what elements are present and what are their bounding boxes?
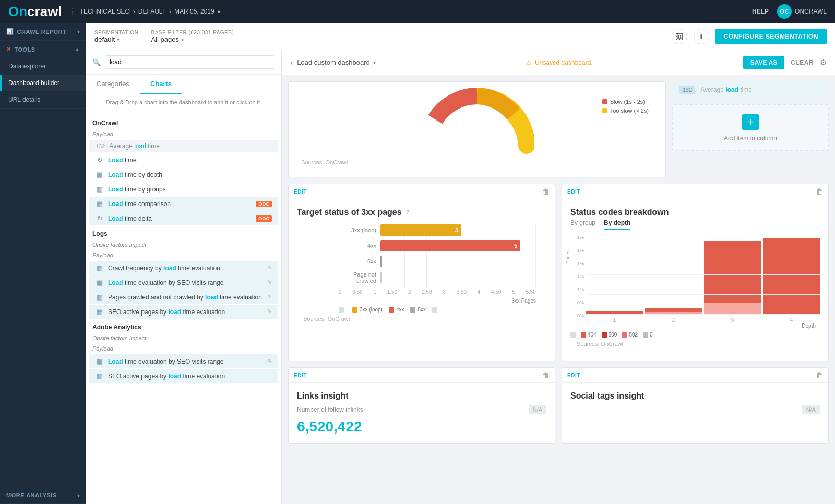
legend-dot-502 bbox=[622, 332, 627, 338]
bar-fill-5xx: 0 bbox=[380, 256, 382, 267]
chart-item-load-seo[interactable]: ▦ Load time evaluation by SEO visits ran… bbox=[89, 275, 278, 290]
more-analysis-header[interactable]: MORE ANALYSIS ▾ bbox=[0, 487, 86, 503]
edit-label-status[interactable]: EDIT bbox=[567, 189, 580, 195]
chart-item-seo-pages[interactable]: ▦ SEO active pages by load time evaluati… bbox=[89, 305, 278, 319]
legend-empty bbox=[432, 307, 437, 313]
legend-dot-slow bbox=[602, 99, 607, 104]
user-menu[interactable]: OC ONCRAWL bbox=[777, 4, 827, 19]
bar-icon9: ▦ bbox=[96, 372, 104, 380]
nav-back-arrow[interactable]: ‹ bbox=[290, 58, 293, 67]
chart-item-load-comparison[interactable]: ▦ Load time comparison OOC bbox=[89, 197, 278, 211]
legend-status-empty bbox=[570, 332, 576, 338]
legend-dot-empty bbox=[432, 307, 437, 313]
bar-track-5xx: 0 bbox=[380, 256, 536, 267]
delete-icon-3xx[interactable]: 🗑 bbox=[542, 187, 550, 196]
avg-load-text: Average load time bbox=[700, 86, 752, 93]
metric-num: 132 bbox=[96, 143, 105, 149]
subgroup-payload2: Payload bbox=[86, 250, 281, 260]
sidebar-item-url-details-label: URL details bbox=[8, 96, 41, 103]
bar-fill-3xx-loop: 3 bbox=[380, 224, 461, 236]
add-item-button[interactable]: + bbox=[742, 114, 759, 130]
bar-track-4xx: 5 bbox=[380, 240, 536, 251]
segmentation-arrow: ▾ bbox=[117, 37, 120, 42]
chart-item-pages-crawled[interactable]: ▦ Pages crawled and not crawled by load … bbox=[89, 290, 278, 304]
legend-dot-404 bbox=[581, 332, 586, 338]
base-filter-select[interactable]: All pages ▾ bbox=[151, 35, 234, 43]
configure-segmentation-button[interactable]: CONFIGURE SEGMENTATION bbox=[715, 29, 827, 44]
tools-header[interactable]: ✕ TOOLS ▲ bbox=[0, 41, 86, 58]
info-icon-btn[interactable]: ℹ bbox=[694, 29, 709, 44]
delete-icon-social[interactable]: 🗑 bbox=[816, 371, 823, 379]
chart-crawl-freq-text: Crawl frequency by load time evaluation bbox=[108, 265, 263, 272]
tab-by-group[interactable]: By group bbox=[570, 219, 595, 230]
legend-slow-text: Slow (1s - 2s) bbox=[610, 99, 645, 105]
chart-item-seo-pages2[interactable]: ▦ SEO active pages by load time evaluati… bbox=[89, 369, 278, 383]
breadcrumb-item3[interactable]: MAR 05, 2019 bbox=[174, 8, 214, 15]
bar-row-not-crawled: Page not crawled bbox=[339, 271, 536, 284]
top-nav: Oncrawl ⋮ TECHNICAL SEO › DEFAULT › MAR … bbox=[0, 0, 835, 23]
tab-categories[interactable]: Categories bbox=[86, 75, 140, 94]
edit-label-links[interactable]: EDIT bbox=[294, 373, 307, 378]
sidebar-item-dashboard-builder[interactable]: Dashboard builder bbox=[0, 75, 86, 91]
crawl-report-title: 📊 CRAWL REPORT bbox=[6, 28, 67, 35]
tab-charts[interactable]: Charts bbox=[140, 75, 182, 94]
breadcrumb-item1[interactable]: TECHNICAL SEO bbox=[80, 8, 130, 15]
chart-load-comparison-text: Load time comparison bbox=[108, 200, 252, 208]
dashboard: ‹ Load custom dashboard ▾ ⚠ Unsaved dash… bbox=[282, 50, 835, 504]
segmentation-select[interactable]: default ▾ bbox=[94, 35, 139, 43]
clear-button[interactable]: CLEAR bbox=[791, 59, 814, 66]
chart-item-crawl-freq[interactable]: ▦ Crawl frequency by load time evaluatio… bbox=[89, 261, 278, 275]
nav-right: HELP OC ONCRAWL bbox=[752, 4, 827, 19]
settings-icon[interactable]: ⚙ bbox=[820, 58, 827, 67]
segmentation-label: Segmentation bbox=[94, 30, 139, 35]
save-as-button[interactable]: SAVE AS bbox=[743, 56, 784, 69]
edit-icon2[interactable]: ✎ bbox=[267, 279, 272, 286]
edit-icon4[interactable]: ✎ bbox=[267, 308, 272, 315]
edit-label-3xx[interactable]: EDIT bbox=[294, 189, 307, 195]
breadcrumb-item2[interactable]: DEFAULT bbox=[138, 8, 166, 15]
user-avatar: OC bbox=[777, 4, 792, 19]
chart-item-load-depth[interactable]: ▦ Load time by depth bbox=[89, 167, 278, 182]
dashboard-content: Slow (1s - 2s) Too slow (> 2s) Sources: … bbox=[282, 75, 835, 457]
left-panel: 🔍 Categories Charts Drag & Drop a chart … bbox=[86, 50, 282, 504]
status-legend: 404 500 502 bbox=[570, 332, 820, 338]
links-na-badge: N/A bbox=[529, 405, 546, 414]
chart-seo-pages-text: SEO active pages by load time evaluation bbox=[108, 308, 263, 316]
tools-chevron: ▲ bbox=[75, 46, 80, 52]
more-chevron: ▾ bbox=[77, 493, 80, 498]
metric-avg-load: 132 Average load time bbox=[89, 140, 278, 152]
subgroup-onsite2: Onsite factors impact bbox=[86, 333, 281, 343]
chart-item-load-delta[interactable]: ↻ Load time delta OOC bbox=[89, 211, 278, 225]
tab-by-depth[interactable]: By depth bbox=[604, 219, 630, 230]
help-button[interactable]: HELP bbox=[752, 8, 769, 15]
chart-load-time-text: Load time bbox=[108, 157, 272, 164]
crawl-chevron: ▾ bbox=[77, 29, 80, 34]
edit-label-social[interactable]: EDIT bbox=[567, 373, 580, 378]
legend-too-slow-text: Too slow (> 2s) bbox=[610, 107, 649, 114]
sidebar-item-data-explorer[interactable]: Data explorer bbox=[0, 58, 86, 75]
crawl-report-header[interactable]: 📊 CRAWL REPORT ▾ bbox=[0, 23, 86, 40]
edit-icon1[interactable]: ✎ bbox=[267, 265, 272, 271]
chart-item-load-groups[interactable]: ▦ Load time by groups bbox=[89, 182, 278, 196]
chart-pages-crawled-text: Pages crawled and not crawled by load ti… bbox=[108, 294, 263, 301]
legend-slow: Slow (1s - 2s) bbox=[602, 99, 649, 105]
donut-sources: Sources: OnCrawl bbox=[295, 156, 659, 171]
bar-label-4xx: 4xx bbox=[339, 243, 376, 249]
dashboard-dropdown[interactable]: Load custom dashboard ▾ bbox=[297, 58, 375, 66]
chart-item-load-seo2[interactable]: ▦ Load time evaluation by SEO visits ran… bbox=[89, 354, 278, 368]
edit-icon3[interactable]: ✎ bbox=[267, 294, 272, 301]
seg-d4 bbox=[763, 238, 820, 314]
edit-icon5[interactable]: ✎ bbox=[267, 358, 272, 365]
stacked-columns bbox=[586, 235, 820, 315]
legend-3xx-loop bbox=[339, 307, 346, 313]
bar-icon6: ▦ bbox=[96, 293, 104, 301]
delete-icon-links[interactable]: 🗑 bbox=[542, 371, 550, 379]
delete-icon-status[interactable]: 🗑 bbox=[816, 187, 823, 196]
search-input[interactable] bbox=[105, 55, 275, 69]
sidebar-item-url-details[interactable]: URL details bbox=[0, 91, 86, 108]
chart-item-load-time[interactable]: ↻ Load time bbox=[89, 153, 278, 167]
image-icon-btn[interactable]: 🖼 bbox=[672, 29, 687, 44]
bar-icon3: ▦ bbox=[96, 200, 104, 208]
bar-track-3xx-loop: 3 bbox=[380, 224, 536, 236]
col-depth-1 bbox=[586, 311, 643, 314]
